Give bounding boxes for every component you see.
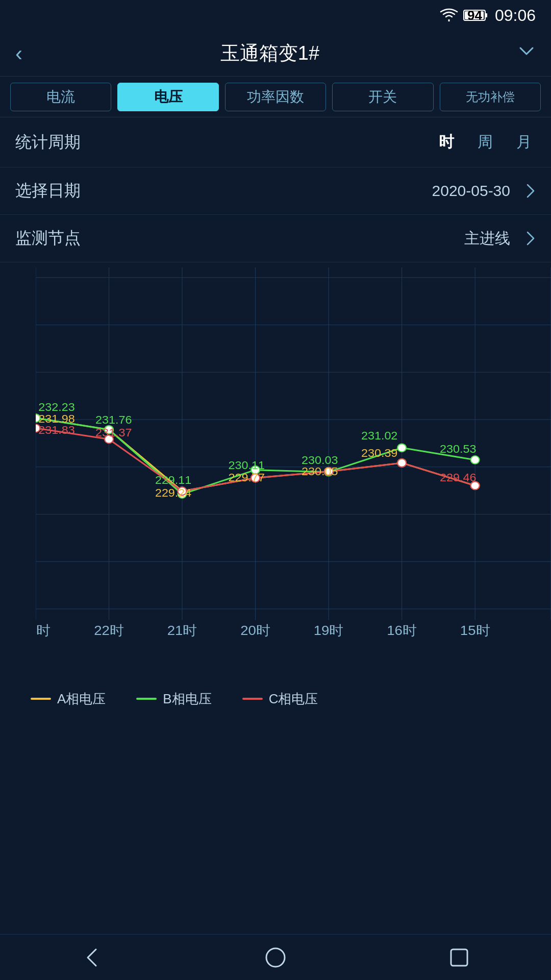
svg-text:23时: 23时 [36,623,51,638]
legend-c-label: C相电压 [269,690,318,708]
svg-point-47 [471,456,480,464]
svg-text:230.03: 230.03 [302,454,338,467]
tab-reactive[interactable]: 无功补偿 [440,83,541,111]
monitor-label: 监测节点 [15,227,81,250]
svg-text:21时: 21时 [167,623,197,638]
monitor-row[interactable]: 监测节点 主进线 [0,215,551,262]
legend-b: B相电压 [136,690,211,708]
svg-text:231.02: 231.02 [361,430,397,442]
period-week[interactable]: 周 [473,130,497,155]
period-row: 统计周期 时 周 月 [0,117,551,167]
svg-text:229.77: 229.77 [228,472,264,484]
svg-text:19时: 19时 [314,623,344,638]
period-options: 时 周 月 [435,130,536,155]
voltage-chart: 238 236 234 232 230 228 226 224 23时 22时 … [36,267,551,650]
svg-text:230.39: 230.39 [361,447,397,459]
legend-b-line [136,698,157,700]
date-right: 2020-05-30 [432,182,536,200]
date-label: 选择日期 [15,180,81,202]
battery-icon: 94 [463,8,490,23]
legend-a: A相电压 [31,690,106,708]
svg-text:16时: 16时 [387,623,417,638]
chart-area: 238 236 234 232 230 228 226 224 23时 22时 … [0,262,551,681]
tabs-bar: 电流 电压 功率因数 开关 无功补偿 [0,77,551,117]
svg-point-53 [397,459,406,467]
legend-a-line [31,698,51,700]
svg-point-46 [397,444,406,452]
legend-a-label: A相电压 [57,690,106,708]
legend-c-line [242,698,263,700]
nav-home-button[interactable] [258,940,293,975]
nav-recent-icon [447,945,471,970]
nav-recent-button[interactable] [441,940,477,975]
tab-power-factor[interactable]: 功率因数 [225,83,326,111]
svg-text:231.83: 231.83 [38,424,74,436]
status-time: 09:06 [495,6,536,25]
svg-text:229.24: 229.24 [155,487,191,499]
monitor-chevron-icon [525,230,536,247]
svg-text:231.37: 231.37 [95,426,132,438]
period-label: 统计周期 [15,131,81,154]
legend-b-label: B相电压 [163,690,211,708]
monitor-value: 主进线 [464,228,510,249]
tab-voltage[interactable]: 电压 [117,83,218,111]
wifi-icon [440,8,458,22]
monitor-right: 主进线 [464,228,536,249]
svg-text:230.11: 230.11 [228,459,264,471]
svg-text:15时: 15时 [460,623,490,638]
chart-legend: A相电压 B相电压 C相电压 [0,681,551,717]
svg-text:229.46: 229.46 [440,472,476,484]
svg-rect-1 [485,13,487,17]
svg-text:20时: 20时 [240,623,270,638]
status-bar: 94 09:06 [0,0,551,31]
tab-current[interactable]: 电流 [10,83,111,111]
svg-text:230.53: 230.53 [440,443,476,455]
legend-c: C相电压 [242,690,318,708]
status-icons: 94 09:06 [440,6,536,25]
svg-text:231.76: 231.76 [95,414,132,426]
period-month[interactable]: 月 [512,130,536,155]
svg-text:22时: 22时 [94,623,124,638]
svg-text:231.98: 231.98 [38,413,74,425]
date-chevron-icon [525,183,536,199]
svg-text:229.11: 229.11 [155,474,191,486]
period-hour[interactable]: 时 [435,130,458,155]
svg-text:230.05: 230.05 [302,465,338,477]
svg-point-70 [266,948,285,967]
tab-switch[interactable]: 开关 [332,83,433,111]
bottom-navigation [0,934,551,980]
back-button[interactable]: ‹ [15,41,22,66]
dropdown-button[interactable] [517,42,536,65]
svg-text:232.23: 232.23 [38,401,74,413]
nav-back-icon [80,945,104,970]
controls-section: 统计周期 时 周 月 选择日期 2020-05-30 监测节点 主进线 [0,117,551,262]
nav-home-icon [263,945,288,970]
nav-back-button[interactable] [74,940,110,975]
date-row[interactable]: 选择日期 2020-05-30 [0,167,551,215]
page-title: 玉通箱变1# [22,40,517,66]
date-value: 2020-05-30 [432,182,510,200]
svg-rect-71 [451,949,467,966]
header: ‹ 玉通箱变1# [0,31,551,77]
